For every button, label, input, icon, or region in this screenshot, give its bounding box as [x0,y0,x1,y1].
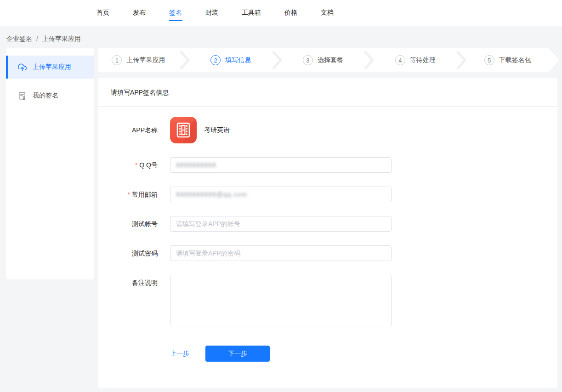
movie-app-icon [170,117,197,143]
qq-masked-value: 8888888888 [176,161,216,169]
nav-item-home[interactable]: 首页 [97,9,109,17]
step-label: 等待处理 [410,56,436,64]
sidebar-item-upload-ios-app[interactable]: 上传苹果应用 [6,56,94,79]
page: 首页 发布 签名 封装 工具箱 价格 文档 企业签名/上传苹果应用 上传苹果应用 [0,0,562,392]
app-name-label: APP名称 [98,122,158,138]
nav-item-publish[interactable]: 发布 [133,9,146,17]
chevron-right-icon [272,50,283,70]
step-number: 3 [303,55,313,65]
nav-item-package[interactable]: 封装 [205,9,218,17]
step-5-download-package: 5 下载签名包 [467,55,548,65]
nav-item-toolbox[interactable]: 工具箱 [242,9,261,17]
cloud-upload-icon [18,63,27,72]
breadcrumb-parent[interactable]: 企业签名 [6,35,32,42]
qq-input[interactable]: 8888888888 [170,157,392,173]
email-masked-value: 8888888888@qq.com [176,191,247,198]
main-panel: 请填写APP签名信息 APP名称 [98,78,557,388]
chevron-right-icon [456,50,467,70]
steps-bar: 1 上传苹果应用 2 填写信息 3 选择套餐 4 等待处理 5 下载签名包 [98,48,559,72]
remark-textarea[interactable] [170,275,392,326]
prev-step-link[interactable]: 上一步 [170,350,189,358]
test-account-label: 测试帐号 [98,216,158,232]
sidebar-item-my-signatures[interactable]: 我的签名 [6,84,94,107]
chevron-right-icon [363,50,375,70]
top-nav: 首页 发布 签名 封装 工具箱 价格 文档 [0,0,562,26]
step-4-wait-processing: 4 等待处理 [375,55,456,65]
required-mark: * [135,161,137,169]
breadcrumb: 企业签名/上传苹果应用 [6,35,81,43]
nav-item-price[interactable]: 价格 [284,9,297,17]
test-account-input[interactable] [170,216,392,232]
panel-title: 请填写APP签名信息 [98,78,557,107]
form-row-remark: 备注说明 [98,275,557,326]
form-row-test-account: 测试帐号 [98,216,557,232]
step-label: 填写信息 [225,56,251,64]
form-row-qq: *Q Q号 8888888888 [98,157,557,173]
sign-info-form: APP名称 [98,107,557,362]
qq-label: *Q Q号 [98,157,158,173]
form-row-email: *常用邮箱 8888888888@qq.com [98,187,557,202]
app-name-value: 考研英语 [204,126,230,134]
form-row-app-name: APP名称 [98,117,557,143]
form-actions: 上一步 下一步 [170,346,557,362]
step-label: 上传苹果应用 [126,56,165,64]
email-input[interactable]: 8888888888@qq.com [170,187,392,202]
breadcrumb-separator: / [36,35,38,42]
step-1-upload: 1 上传苹果应用 [98,55,179,65]
nav-item-docs[interactable]: 文档 [321,9,334,17]
step-label: 下载签名包 [499,56,531,64]
sidebar-item-label: 我的签名 [33,91,58,100]
signature-doc-icon [18,91,27,100]
step-3-choose-plan: 3 选择套餐 [283,55,364,65]
step-number: 2 [210,55,221,65]
email-label: *常用邮箱 [98,187,158,202]
step-number: 5 [484,55,494,65]
step-number: 1 [112,55,122,65]
step-2-fill-info: 2 填写信息 [190,55,272,65]
sidebar-item-label: 上传苹果应用 [33,63,71,71]
nav-item-sign[interactable]: 签名 [169,9,182,17]
sidebar: 上传苹果应用 我的签名 [6,48,94,279]
remark-label: 备注说明 [98,275,158,287]
chevron-right-icon [179,50,190,70]
required-mark: * [128,191,130,198]
step-label: 选择套餐 [318,56,343,64]
next-step-button[interactable]: 下一步 [205,346,270,362]
step-number: 4 [395,55,405,65]
test-password-input[interactable] [170,245,392,261]
form-row-test-password: 测试密码 [98,245,557,261]
test-password-label: 测试密码 [98,245,158,261]
breadcrumb-current: 上传苹果应用 [42,35,81,42]
